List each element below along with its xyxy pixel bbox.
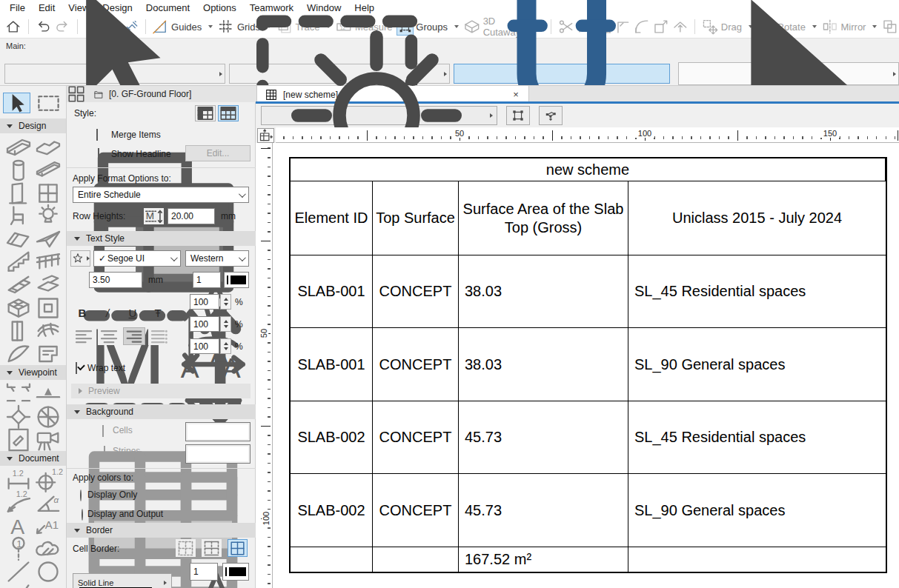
- line-spacing-stepper[interactable]: [220, 294, 231, 310]
- schedule-cell[interactable]: CONCEPT: [373, 474, 459, 547]
- flyout-arrow-icon: [87, 256, 90, 261]
- ruler-label: 100: [635, 129, 654, 138]
- strikethrough-button[interactable]: Ŧ: [148, 304, 167, 321]
- collapse-triangle-icon: [7, 457, 13, 461]
- schedule-cell[interactable]: 45.73: [459, 474, 628, 547]
- schedule-cell[interactable]: CONCEPT: [373, 255, 459, 328]
- zone-stamp-tool[interactable]: [33, 342, 63, 365]
- bold-button[interactable]: B: [73, 304, 92, 321]
- border-section-header[interactable]: Border: [67, 523, 256, 538]
- pen-number-input[interactable]: [193, 272, 221, 288]
- format-scope-select[interactable]: Entire Schedule: [73, 187, 249, 203]
- schedule-canvas[interactable]: new schemeElement IDTop SurfaceSurface A…: [273, 143, 899, 588]
- schedule-cell[interactable]: SLAB-001: [291, 328, 373, 401]
- merge-items-checkbox[interactable]: [96, 129, 98, 141]
- schedule-summary-total: 167.52 m²: [459, 547, 628, 572]
- align-left-button[interactable]: [73, 327, 95, 345]
- border-none-button[interactable]: [176, 539, 196, 557]
- preview-section-header[interactable]: Preview: [71, 384, 251, 398]
- align-right-button[interactable]: [123, 327, 145, 345]
- schedule-cell[interactable]: 38.03: [459, 255, 628, 328]
- pick-items-button[interactable]: [506, 106, 530, 125]
- merge-items-label: Merge Items: [111, 130, 161, 140]
- marquee-tool[interactable]: [35, 93, 62, 113]
- line-type-select[interactable]: Solid Line: [73, 573, 172, 588]
- pen-color-swatch[interactable]: [224, 272, 249, 288]
- toolbox-section-design[interactable]: Design: [0, 118, 66, 133]
- schedule-cell[interactable]: SLAB-002: [291, 474, 373, 547]
- schedule-column-header[interactable]: Element ID: [291, 181, 373, 255]
- schedule-cell[interactable]: SL_90 General spaces: [628, 474, 886, 547]
- tab-overview-button[interactable]: [67, 86, 86, 102]
- display-and-output-radio[interactable]: [82, 509, 83, 521]
- schedule-title[interactable]: new scheme: [291, 158, 886, 181]
- border-horizontal-button[interactable]: [202, 539, 222, 557]
- horizontal-ruler: 50100150: [276, 127, 899, 143]
- schedule-column-header[interactable]: Surface Area of the Slab Top (Gross): [459, 181, 628, 255]
- width-factor-input[interactable]: [190, 316, 219, 332]
- arrow-marquee-tool-button[interactable]: [4, 64, 225, 84]
- collapse-triangle-icon: [74, 410, 80, 414]
- style-compact-button[interactable]: [195, 105, 216, 121]
- schedule-cell[interactable]: 38.03: [459, 328, 628, 401]
- schedule-cell[interactable]: SLAB-001: [291, 255, 373, 328]
- font-select[interactable]: ✓ Segoe UI: [93, 250, 181, 267]
- row-height-mode-button[interactable]: M: [144, 208, 164, 224]
- align-justify-button[interactable]: [148, 327, 170, 345]
- font-script-select[interactable]: Western: [185, 250, 249, 267]
- stripes-checkbox[interactable]: [104, 446, 105, 458]
- shell-curve-tool[interactable]: [4, 342, 33, 365]
- schedule-cell[interactable]: SL_90 General spaces: [628, 328, 886, 401]
- wrap-text-checkbox[interactable]: [76, 362, 77, 374]
- character-spacing-stepper[interactable]: [220, 338, 231, 354]
- arrow-tool-button[interactable]: [678, 62, 899, 85]
- display-only-radio[interactable]: [80, 490, 82, 501]
- border-horizontal-icon: [202, 538, 222, 558]
- cells-color-field[interactable]: [185, 422, 251, 441]
- background-section-header[interactable]: Background: [67, 404, 256, 419]
- style-full-grid-button[interactable]: [218, 105, 239, 121]
- section-label: Background: [86, 407, 133, 417]
- schedule-column-header[interactable]: Uniclass 2015 - July 2024: [628, 181, 886, 255]
- scheme-settings-button[interactable]: [261, 106, 497, 125]
- schedule-column-header[interactable]: Top Surface: [373, 181, 459, 255]
- stripes-color-field[interactable]: [185, 444, 251, 464]
- camera-tool[interactable]: [33, 428, 63, 451]
- svg-text:α: α: [54, 495, 59, 504]
- text-style-section-header[interactable]: Text Style: [67, 231, 256, 246]
- select-elements-button[interactable]: [539, 106, 563, 125]
- border-pen-input[interactable]: [190, 563, 218, 581]
- table-style-compact-icon: [196, 104, 215, 123]
- schedule-cell[interactable]: CONCEPT: [373, 328, 459, 401]
- ruler-label: 150: [820, 129, 840, 138]
- underline-button[interactable]: U: [123, 304, 142, 321]
- arrow-tool[interactable]: [3, 93, 30, 113]
- border-color-swatch[interactable]: [222, 563, 249, 581]
- polyline-tool[interactable]: [4, 583, 33, 588]
- close-tab-icon[interactable]: ×: [511, 89, 521, 100]
- width-factor-stepper[interactable]: [220, 316, 231, 332]
- schedule-cell[interactable]: SLAB-002: [291, 401, 373, 474]
- shell-curve-icon: [4, 339, 33, 369]
- ruler-origin-button[interactable]: [257, 128, 274, 143]
- tab-ground-floor[interactable]: [0. GF-Ground Floor]: [86, 86, 199, 103]
- apply-colors-label: Apply colors to:: [73, 472, 133, 483]
- schedule-cell[interactable]: SL_45 Residential spaces: [628, 401, 886, 474]
- cells-checkbox[interactable]: [102, 425, 104, 437]
- schedule-cell[interactable]: 45.73: [459, 401, 628, 474]
- show-headline-checkbox[interactable]: [98, 148, 99, 160]
- row-height-input[interactable]: [167, 208, 215, 224]
- font-size-input[interactable]: [89, 272, 142, 288]
- spline-tool[interactable]: [33, 583, 63, 588]
- worksheet-tool[interactable]: [4, 428, 33, 451]
- favorite-text-style-button[interactable]: [70, 250, 90, 267]
- character-spacing-input[interactable]: [190, 338, 219, 354]
- italic-button[interactable]: /: [98, 304, 117, 321]
- schedule-cell[interactable]: SL_45 Residential spaces: [628, 255, 886, 328]
- line-spacing-input[interactable]: [190, 294, 219, 310]
- border-all-button[interactable]: [228, 539, 248, 557]
- svg-text:A1: A1: [45, 518, 59, 531]
- align-center-button[interactable]: [98, 327, 120, 345]
- edit-headline-button[interactable]: Edit...: [185, 145, 251, 161]
- schedule-cell[interactable]: CONCEPT: [373, 401, 459, 474]
